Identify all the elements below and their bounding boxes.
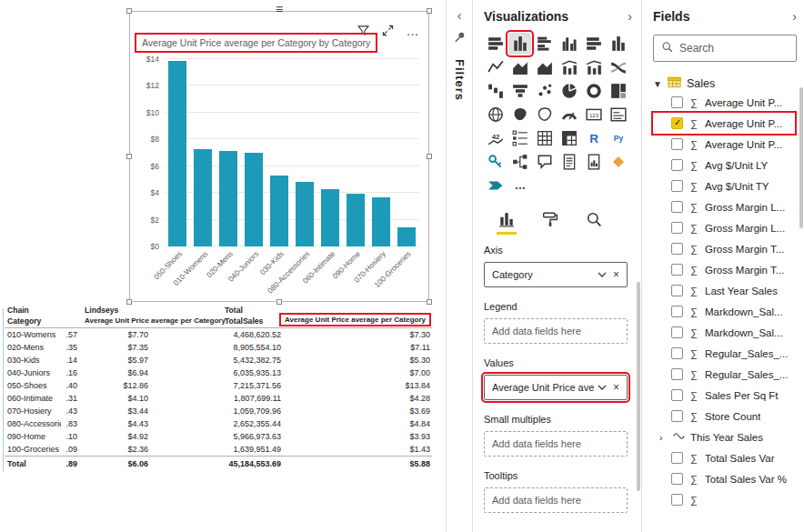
qa-visual-icon[interactable] (533, 151, 556, 173)
field-checkbox[interactable] (671, 326, 683, 338)
shape-map-icon[interactable] (533, 104, 556, 125)
bar[interactable] (372, 197, 390, 246)
field-checkbox[interactable] (671, 452, 683, 464)
filters-pane-collapsed[interactable]: ‹ Filters (446, 0, 473, 532)
field-item[interactable]: ∑Markdown_Sal... (653, 301, 799, 322)
field-item[interactable]: ∑Gross Margin T... (653, 259, 799, 280)
field-checkbox[interactable] (671, 201, 683, 213)
field-label[interactable]: Regular_Sales_... (705, 348, 788, 359)
sales-table-node[interactable]: ▼ Sales (653, 75, 799, 92)
100-stacked-column-chart-icon[interactable] (608, 33, 630, 55)
collapse-fields-chevron-icon[interactable]: › (792, 9, 799, 24)
field-label[interactable]: Regular_Sales_... (705, 369, 788, 380)
well-field-pill[interactable]: Category (492, 269, 594, 280)
table-row[interactable]: 070-Hosiery.43$3.441,059,709.96$3.69 (5, 405, 432, 417)
map-icon[interactable] (484, 104, 507, 125)
card-icon[interactable]: 123 (583, 104, 606, 125)
field-item[interactable]: ∑Regular_Sales_... (653, 364, 799, 385)
field-label[interactable]: Sales Per Sq Ft (705, 390, 779, 401)
donut-chart-icon[interactable] (583, 80, 606, 102)
field-item[interactable]: ∑Gross Margin L... (653, 217, 799, 238)
resize-handle[interactable] (126, 154, 132, 159)
resize-handle[interactable] (427, 154, 432, 159)
multi-row-card-icon[interactable] (608, 104, 630, 125)
field-label[interactable]: Gross Margin L... (705, 223, 785, 234)
table-total-row[interactable]: Total.89$6.0645,184,553.69$5.88 (5, 456, 432, 471)
pin-icon[interactable] (453, 30, 467, 47)
field-item[interactable]: ∑Total Sales Var % (653, 468, 799, 489)
scatter-chart-icon[interactable] (533, 80, 556, 102)
filled-map-icon[interactable] (508, 104, 531, 125)
expand-filters-chevron-icon[interactable]: ‹ (457, 9, 462, 22)
clustered-bar-chart-icon[interactable] (533, 33, 556, 55)
table-row[interactable]: 030-Kids.14$5.975,432,382.75$5.30 (5, 354, 432, 366)
r-script-visual-icon[interactable]: R (583, 127, 606, 149)
area-chart-icon[interactable] (508, 56, 531, 78)
search-input[interactable] (679, 42, 789, 55)
bar[interactable] (219, 151, 237, 246)
resize-handle[interactable] (427, 299, 432, 305)
fields-scrollbar[interactable] (799, 87, 803, 228)
field-item[interactable]: ∑Regular_Sales_... (653, 343, 799, 364)
table-row[interactable]: 040-Juniors.16$6.946,035,935.13$7.00 (5, 366, 432, 379)
paginated-report-icon[interactable] (583, 151, 606, 173)
table-name[interactable]: Sales (687, 77, 715, 90)
field-label[interactable]: Average Unit P... (705, 139, 782, 150)
table-row[interactable]: 090-Home.10$4.925,966,973.63$3.93 (5, 430, 432, 443)
bar-chart-visual[interactable]: ≡ … Average Unit Price average per Categ… (129, 11, 429, 302)
bar[interactable] (270, 176, 288, 246)
bar[interactable] (397, 227, 416, 246)
field-item[interactable]: ∑ (653, 489, 799, 510)
field-checkbox[interactable] (671, 138, 683, 150)
field-item[interactable]: ∑Avg $/Unit LY (653, 155, 799, 176)
bar[interactable] (245, 153, 263, 246)
table-row[interactable]: 010-Womens.57$7.704,468,620.52$7.30 (5, 328, 432, 341)
resize-handle[interactable] (126, 8, 132, 14)
field-item[interactable]: ∑Average Unit P... (653, 134, 799, 155)
table-row[interactable]: 080-Accessories.83$4.432,652,355.44$4.84 (5, 417, 432, 430)
field-item[interactable]: ∑Average Unit P... (653, 92, 799, 113)
python-visual-icon[interactable]: Py (608, 127, 630, 149)
resize-handle[interactable] (427, 8, 432, 14)
visualizations-scrollbar[interactable] (637, 282, 640, 491)
well-axis[interactable]: Category× (484, 262, 628, 287)
funnel-chart-icon[interactable] (508, 80, 531, 102)
field-item[interactable]: ∑Last Year Sales (653, 280, 799, 301)
field-item[interactable]: ∑Store Count (653, 406, 799, 427)
resize-handle[interactable] (276, 299, 282, 305)
field-label[interactable]: Markdown_Sal... (705, 327, 783, 338)
well-legend[interactable]: Add data fields here (484, 318, 628, 344)
visual-drag-grip-icon[interactable]: ≡ (276, 3, 283, 15)
report-canvas[interactable]: ≡ … Average Unit Price average per Categ… (0, 0, 446, 532)
key-influencers-icon[interactable] (484, 151, 507, 173)
pie-chart-icon[interactable] (558, 80, 580, 102)
decomposition-tree-icon[interactable] (508, 151, 531, 173)
line-and-clustered-column-chart-icon[interactable] (583, 56, 606, 78)
table-icon[interactable] (533, 127, 556, 149)
field-checkbox[interactable] (671, 306, 683, 317)
waterfall-chart-icon[interactable] (484, 80, 507, 102)
field-label[interactable]: Average Unit P... (705, 118, 782, 129)
remove-field-icon[interactable]: × (613, 381, 619, 394)
field-checkbox[interactable] (671, 159, 683, 171)
well-values[interactable]: Average Unit Price avera× (484, 375, 628, 400)
analytics-tab[interactable] (582, 207, 606, 231)
well-small-multiples[interactable]: Add data fields here (484, 431, 628, 457)
field-item[interactable]: ∑Average Unit P... (653, 113, 795, 134)
bar[interactable] (296, 182, 314, 246)
table-visual[interactable]: Chain Lindseys Total Category Average Un… (5, 306, 432, 471)
table-row[interactable]: 020-Mens.35$7.358,905,554.10$7.11 (5, 341, 432, 354)
matrix-icon[interactable] (558, 127, 580, 149)
field-item[interactable]: ∑Total Sales Var (653, 447, 799, 468)
ribbon-chart-icon[interactable] (608, 56, 630, 78)
more-options-icon[interactable]: … (406, 24, 419, 37)
format-tab[interactable] (538, 207, 562, 231)
field-checkbox[interactable] (671, 222, 683, 234)
field-checkbox[interactable] (671, 368, 683, 380)
field-label[interactable]: Gross Margin T... (705, 244, 784, 255)
chevron-right-icon[interactable]: › (659, 432, 668, 443)
well-field-pill[interactable]: Average Unit Price avera (492, 382, 594, 393)
field-label[interactable]: Last Year Sales (705, 286, 778, 296)
field-label[interactable]: Average Unit P... (705, 97, 782, 108)
focus-mode-icon[interactable] (381, 24, 395, 37)
